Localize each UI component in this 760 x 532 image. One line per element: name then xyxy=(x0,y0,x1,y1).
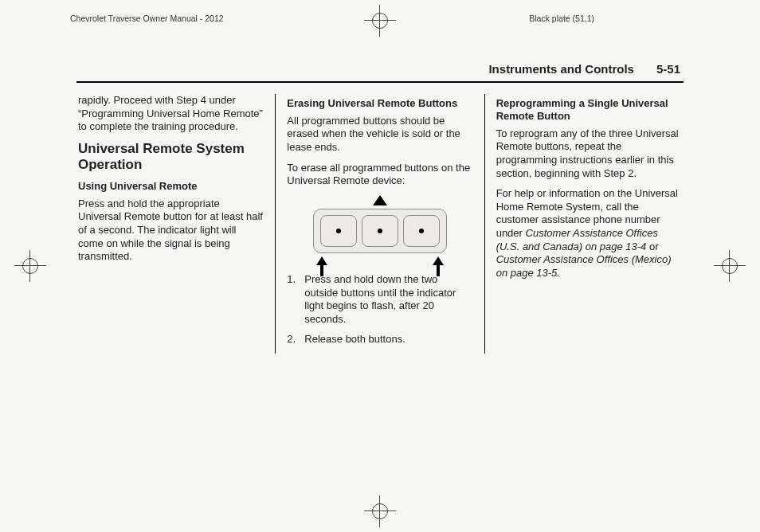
heading-universal-remote-system-operation: Universal Remote System Operation xyxy=(78,141,264,173)
paragraph-using-remote: Press and hold the appropriate Universal… xyxy=(78,198,264,264)
column-3: Reprogramming a Single Universal Remote … xyxy=(485,94,684,354)
subheading-using-universal-remote: Using Universal Remote xyxy=(78,180,264,193)
continuation-paragraph: rapidly. Proceed with Step 4 under “Prog… xyxy=(78,94,264,134)
erase-steps-list: Press and hold down the two outside butt… xyxy=(287,273,472,346)
section-title: Instruments and Controls xyxy=(488,62,634,76)
step-item: Release both buttons. xyxy=(287,333,472,346)
manual-title: Chevrolet Traverse Owner Manual - 2012 xyxy=(70,14,224,23)
dot-icon xyxy=(419,229,424,233)
column-1: rapidly. Proceed with Step 4 under “Prog… xyxy=(76,94,275,354)
column-2: Erasing Universal Remote Buttons All pro… xyxy=(275,94,484,354)
subheading-erasing-buttons: Erasing Universal Remote Buttons xyxy=(287,97,472,110)
paragraph-reprogram-instruction: To reprogram any of the three Universal … xyxy=(496,127,682,181)
subheading-reprogram-single: Reprogramming a Single Universal Remote … xyxy=(496,97,682,123)
remote-button-right-icon xyxy=(403,215,440,247)
remote-button-center-icon xyxy=(362,215,398,247)
remote-unit-icon xyxy=(313,209,447,253)
running-head: Instruments and Controls 5-51 xyxy=(76,62,684,83)
paragraph-erase-when-sold: All programmed buttons should be erased … xyxy=(287,115,472,155)
registration-mark-right xyxy=(714,250,746,282)
print-sheet: Chevrolet Traverse Owner Manual - 2012 B… xyxy=(0,0,760,532)
dot-icon xyxy=(336,229,341,233)
universal-remote-illustration xyxy=(287,195,472,265)
arrow-up-right-icon xyxy=(433,256,444,265)
press-arrows-icon xyxy=(316,256,444,265)
cross-reference-mexico: Customer Assistance Offices (Mexico) on … xyxy=(496,253,672,279)
registration-mark-top xyxy=(364,5,396,37)
three-column-layout: rapidly. Proceed with Step 4 under “Prog… xyxy=(76,94,684,354)
page-number: 5-51 xyxy=(656,62,680,76)
page-body: Instruments and Controls 5-51 rapidly. P… xyxy=(76,62,684,354)
text-run: or xyxy=(649,241,659,252)
paragraph-erase-instruction-lead: To erase all programmed buttons on the U… xyxy=(287,162,472,188)
paragraph-assistance-references: For help or information on the Universal… xyxy=(496,187,682,280)
registration-mark-bottom xyxy=(364,495,396,527)
remote-button-left-icon xyxy=(320,215,357,247)
arrow-up-left-icon xyxy=(316,256,327,265)
plate-label: Black plate (51,1) xyxy=(529,14,594,23)
step-item: Press and hold down the two outside butt… xyxy=(287,273,472,327)
registration-mark-left xyxy=(14,250,46,282)
dot-icon xyxy=(378,229,382,233)
indicator-light-icon xyxy=(373,195,387,205)
